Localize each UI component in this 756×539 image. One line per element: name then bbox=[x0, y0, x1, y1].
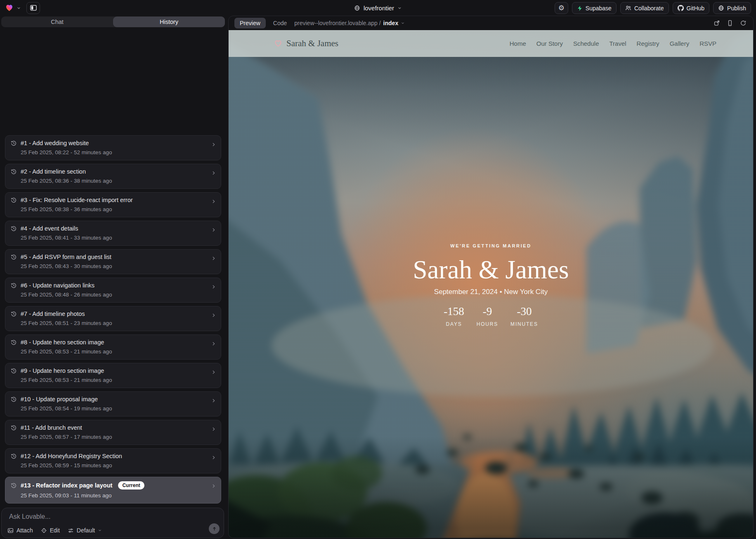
open-in-new-tab-icon[interactable] bbox=[713, 20, 720, 26]
heart-outline-icon bbox=[274, 40, 282, 47]
history-icon bbox=[10, 225, 17, 232]
history-item-timestamp: 25 Feb 2025, 08:22 - 52 minutes ago bbox=[21, 149, 216, 155]
site-brand[interactable]: Sarah & James bbox=[274, 38, 338, 49]
edit-mode-button[interactable]: Edit bbox=[41, 527, 60, 534]
site-viewport: Sarah & James Home Our Story Schedule Tr… bbox=[229, 30, 753, 538]
tab-code[interactable]: Code bbox=[273, 20, 287, 26]
hero-title: Sarah & James bbox=[229, 255, 753, 285]
countdown-value: -9 bbox=[477, 305, 498, 318]
history-list-item[interactable]: #5 - Add RSVP form and guest list 25 Feb… bbox=[5, 249, 221, 274]
attach-label: Attach bbox=[17, 527, 33, 534]
history-item-timestamp: 25 Feb 2025, 08:36 - 38 minutes ago bbox=[21, 178, 216, 184]
supabase-bolt-icon bbox=[577, 5, 583, 11]
history-item-timestamp: 25 Feb 2025, 08:57 - 17 minutes ago bbox=[21, 434, 216, 440]
toggle-sidebar-button[interactable] bbox=[26, 2, 40, 14]
history-list-item[interactable]: #1 - Add wedding website 25 Feb 2025, 08… bbox=[5, 135, 221, 160]
chevron-right-icon[interactable] bbox=[211, 142, 216, 147]
chevron-down-icon bbox=[98, 528, 102, 532]
site-nav-link[interactable]: Travel bbox=[609, 40, 626, 47]
chevron-right-icon[interactable] bbox=[211, 170, 216, 176]
chevron-right-icon[interactable] bbox=[211, 256, 216, 261]
collaborate-button[interactable]: Collaborate bbox=[620, 2, 669, 14]
gear-icon: ⚙ bbox=[558, 5, 565, 12]
chevron-down-icon[interactable] bbox=[17, 6, 21, 10]
history-item-title: #2 - Add timeline section bbox=[21, 168, 86, 175]
site-nav-link[interactable]: Gallery bbox=[670, 40, 690, 47]
github-label: GitHub bbox=[687, 5, 705, 12]
publish-globe-icon bbox=[718, 5, 724, 11]
site-nav-link[interactable]: RSVP bbox=[699, 40, 716, 47]
publish-button[interactable]: Publish bbox=[713, 2, 751, 14]
history-list-item[interactable]: #4 - Add event details 25 Feb 2025, 08:4… bbox=[5, 221, 221, 246]
history-icon bbox=[10, 482, 17, 489]
tab-history[interactable]: History bbox=[113, 16, 225, 27]
chevron-right-icon[interactable] bbox=[211, 370, 216, 375]
hero-eyebrow: WE'RE GETTING MARRIED bbox=[229, 243, 753, 248]
chevron-right-icon[interactable] bbox=[211, 284, 216, 290]
mobile-view-icon[interactable] bbox=[727, 20, 733, 26]
history-icon bbox=[10, 168, 17, 175]
history-item-title: #8 - Update hero section image bbox=[21, 339, 104, 346]
prompt-composer: Attach Edit Default bbox=[1, 508, 224, 538]
chevron-right-icon[interactable] bbox=[211, 341, 216, 346]
tab-chat[interactable]: Chat bbox=[1, 16, 113, 27]
tab-preview[interactable]: Preview bbox=[234, 18, 266, 28]
chevron-right-icon[interactable] bbox=[211, 398, 216, 403]
settings-button[interactable]: ⚙ bbox=[555, 2, 568, 14]
mode-label: Default bbox=[77, 527, 95, 534]
history-list-item[interactable]: #7 - Add timeline photos 25 Feb 2025, 08… bbox=[5, 306, 221, 331]
supabase-button[interactable]: Supabase bbox=[572, 2, 617, 14]
mode-select[interactable]: Default bbox=[68, 527, 102, 534]
site-nav-link[interactable]: Our Story bbox=[536, 40, 563, 47]
history-item-title: #13 - Refactor index page layout bbox=[21, 482, 112, 489]
history-list-item[interactable]: #8 - Update hero section image 25 Feb 20… bbox=[5, 334, 221, 360]
site-nav-link[interactable]: Registry bbox=[637, 40, 659, 47]
chevron-right-icon[interactable] bbox=[211, 483, 216, 489]
lovable-heart-logo[interactable] bbox=[5, 4, 14, 12]
history-list-item[interactable]: #9 - Update hero section image 25 Feb 20… bbox=[5, 363, 221, 388]
history-item-title: #7 - Add timeline photos bbox=[21, 311, 85, 317]
countdown-item: -30 MINUTES bbox=[510, 305, 538, 327]
site-nav-link[interactable]: Schedule bbox=[573, 40, 599, 47]
history-list-item[interactable]: #3 - Fix: Resolve Lucide-react import er… bbox=[5, 192, 221, 217]
history-icon bbox=[10, 282, 17, 289]
preview-url[interactable]: preview--lovefrontier.lovable.app / inde… bbox=[294, 20, 405, 26]
collaborate-label: Collaborate bbox=[634, 5, 664, 12]
github-button[interactable]: GitHub bbox=[673, 2, 710, 14]
history-item-title: #11 - Add brunch event bbox=[21, 424, 82, 431]
chevron-right-icon[interactable] bbox=[211, 313, 216, 318]
chevron-right-icon[interactable] bbox=[211, 227, 216, 233]
send-button[interactable] bbox=[209, 523, 220, 534]
countdown-label: HOURS bbox=[477, 321, 498, 327]
history-list-item[interactable]: #10 - Update proposal image 25 Feb 2025,… bbox=[5, 391, 221, 417]
history-icon bbox=[10, 453, 17, 459]
github-icon bbox=[678, 5, 684, 11]
history-icon bbox=[10, 424, 17, 431]
history-list-item[interactable]: #11 - Add brunch event 25 Feb 2025, 08:5… bbox=[5, 420, 221, 445]
history-icon bbox=[10, 140, 17, 146]
history-item-title: #4 - Add event details bbox=[21, 225, 78, 232]
history-list: #1 - Add wedding website 25 Feb 2025, 08… bbox=[5, 31, 221, 504]
chevron-down-icon bbox=[397, 6, 402, 10]
chevron-right-icon[interactable] bbox=[211, 199, 216, 204]
refresh-icon[interactable] bbox=[740, 20, 747, 26]
project-switcher[interactable]: lovefrontier bbox=[354, 0, 402, 16]
history-item-title: #5 - Add RSVP form and guest list bbox=[21, 254, 111, 260]
countdown-label: DAYS bbox=[444, 321, 464, 327]
hero-section: WE'RE GETTING MARRIED Sarah & James Sept… bbox=[229, 243, 753, 327]
history-list-item[interactable]: #6 - Update navigation links 25 Feb 2025… bbox=[5, 278, 221, 303]
chevron-right-icon[interactable] bbox=[211, 455, 216, 460]
ask-lovable-input[interactable] bbox=[8, 513, 187, 521]
history-icon bbox=[10, 254, 17, 260]
site-nav-link[interactable]: Home bbox=[510, 40, 526, 47]
history-list-item[interactable]: #13 - Refactor index page layout Current… bbox=[5, 477, 221, 504]
attach-button[interactable]: Attach bbox=[7, 527, 33, 534]
preview-toolbar: Preview Code preview--lovefrontier.lovab… bbox=[229, 16, 753, 30]
globe-icon bbox=[354, 5, 360, 11]
sliders-icon bbox=[68, 527, 74, 534]
chevron-right-icon[interactable] bbox=[211, 426, 216, 432]
app-topbar: lovefrontier ⚙ Supabase Collaborate bbox=[0, 0, 756, 16]
history-list-item[interactable]: #12 - Add Honeyfund Registry Section 25 … bbox=[5, 448, 221, 473]
target-icon bbox=[41, 527, 47, 534]
history-list-item[interactable]: #2 - Add timeline section 25 Feb 2025, 0… bbox=[5, 164, 221, 189]
